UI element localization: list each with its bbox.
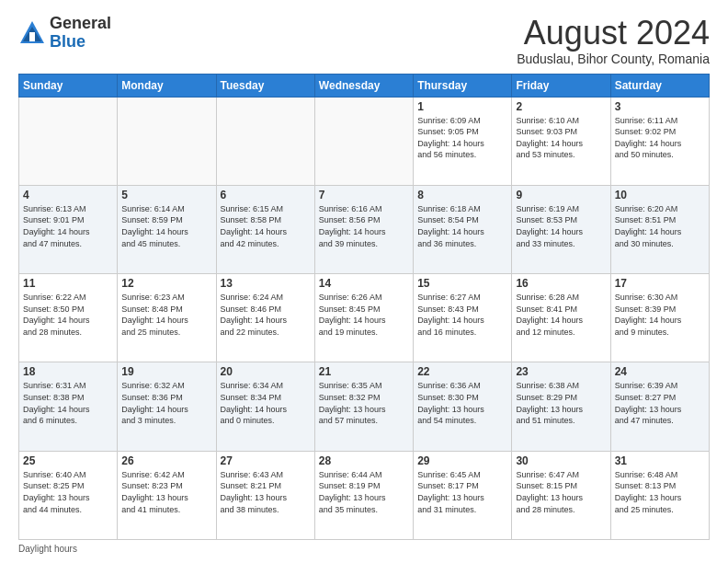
day-info: Sunrise: 6:18 AM Sunset: 8:54 PM Dayligh… <box>417 203 507 249</box>
week-row-4: 18Sunrise: 6:31 AM Sunset: 8:38 PM Dayli… <box>19 362 710 451</box>
day-cell: 28Sunrise: 6:44 AM Sunset: 8:19 PM Dayli… <box>314 451 413 539</box>
calendar-table: SundayMondayTuesdayWednesdayThursdayFrid… <box>18 74 710 540</box>
weekday-header-friday: Friday <box>512 74 610 97</box>
day-info: Sunrise: 6:36 AM Sunset: 8:30 PM Dayligh… <box>417 380 507 426</box>
day-number: 7 <box>319 189 409 201</box>
day-info: Sunrise: 6:42 AM Sunset: 8:23 PM Dayligh… <box>121 469 211 515</box>
day-cell: 30Sunrise: 6:47 AM Sunset: 8:15 PM Dayli… <box>512 451 610 539</box>
day-number: 17 <box>615 277 705 290</box>
day-cell: 23Sunrise: 6:38 AM Sunset: 8:29 PM Dayli… <box>512 362 610 451</box>
subtitle: Buduslau, Bihor County, Romania <box>517 52 710 66</box>
day-info: Sunrise: 6:14 AM Sunset: 8:59 PM Dayligh… <box>121 203 211 249</box>
footer: Daylight hours <box>18 544 710 554</box>
day-cell: 22Sunrise: 6:36 AM Sunset: 8:30 PM Dayli… <box>414 362 512 451</box>
day-info: Sunrise: 6:32 AM Sunset: 8:36 PM Dayligh… <box>121 380 211 426</box>
day-number: 6 <box>221 189 311 201</box>
main-title: August 2024 <box>517 15 710 52</box>
day-cell: 20Sunrise: 6:34 AM Sunset: 8:34 PM Dayli… <box>216 362 314 451</box>
day-number: 14 <box>319 277 409 290</box>
page: General Blue August 2024 Buduslau, Bihor… <box>0 0 728 563</box>
day-cell: 14Sunrise: 6:26 AM Sunset: 8:45 PM Dayli… <box>314 274 413 362</box>
day-cell: 1Sunrise: 6:09 AM Sunset: 9:05 PM Daylig… <box>414 97 512 185</box>
day-number: 23 <box>516 365 606 378</box>
day-cell: 16Sunrise: 6:28 AM Sunset: 8:41 PM Dayli… <box>512 274 610 362</box>
day-number: 21 <box>319 365 409 378</box>
day-number: 27 <box>221 454 311 467</box>
day-number: 30 <box>516 454 606 467</box>
day-cell <box>216 97 314 185</box>
day-info: Sunrise: 6:34 AM Sunset: 8:34 PM Dayligh… <box>221 380 311 426</box>
day-cell <box>19 97 118 185</box>
day-info: Sunrise: 6:15 AM Sunset: 8:58 PM Dayligh… <box>221 203 311 249</box>
day-info: Sunrise: 6:39 AM Sunset: 8:27 PM Dayligh… <box>615 380 705 426</box>
day-cell: 27Sunrise: 6:43 AM Sunset: 8:21 PM Dayli… <box>216 451 314 539</box>
day-number: 25 <box>23 454 113 467</box>
day-cell: 18Sunrise: 6:31 AM Sunset: 8:38 PM Dayli… <box>19 362 118 451</box>
day-cell: 29Sunrise: 6:45 AM Sunset: 8:17 PM Dayli… <box>414 451 512 539</box>
week-row-2: 4Sunrise: 6:13 AM Sunset: 9:01 PM Daylig… <box>19 185 710 273</box>
day-number: 19 <box>121 365 211 378</box>
day-info: Sunrise: 6:43 AM Sunset: 8:21 PM Dayligh… <box>221 469 311 515</box>
day-cell: 24Sunrise: 6:39 AM Sunset: 8:27 PM Dayli… <box>610 362 709 451</box>
day-info: Sunrise: 6:47 AM Sunset: 8:15 PM Dayligh… <box>516 469 606 515</box>
day-cell: 19Sunrise: 6:32 AM Sunset: 8:36 PM Dayli… <box>118 362 216 451</box>
day-cell: 6Sunrise: 6:15 AM Sunset: 8:58 PM Daylig… <box>216 185 314 273</box>
day-info: Sunrise: 6:22 AM Sunset: 8:50 PM Dayligh… <box>23 292 113 338</box>
svg-rect-2 <box>29 32 35 41</box>
day-cell <box>118 97 216 185</box>
day-cell: 13Sunrise: 6:24 AM Sunset: 8:46 PM Dayli… <box>216 274 314 362</box>
day-number: 29 <box>417 454 507 467</box>
day-cell: 10Sunrise: 6:20 AM Sunset: 8:51 PM Dayli… <box>610 185 709 273</box>
day-info: Sunrise: 6:38 AM Sunset: 8:29 PM Dayligh… <box>516 380 606 426</box>
week-row-5: 25Sunrise: 6:40 AM Sunset: 8:25 PM Dayli… <box>19 451 710 539</box>
day-number: 9 <box>516 189 606 201</box>
weekday-header-monday: Monday <box>118 74 216 97</box>
day-cell: 3Sunrise: 6:11 AM Sunset: 9:02 PM Daylig… <box>610 97 709 185</box>
day-info: Sunrise: 6:19 AM Sunset: 8:53 PM Dayligh… <box>516 203 606 249</box>
day-number: 8 <box>417 189 507 201</box>
day-info: Sunrise: 6:23 AM Sunset: 8:48 PM Dayligh… <box>121 292 211 338</box>
day-cell: 5Sunrise: 6:14 AM Sunset: 8:59 PM Daylig… <box>118 185 216 273</box>
day-number: 5 <box>121 189 211 201</box>
day-number: 26 <box>121 454 211 467</box>
day-cell: 31Sunrise: 6:48 AM Sunset: 8:13 PM Dayli… <box>610 451 709 539</box>
week-row-1: 1Sunrise: 6:09 AM Sunset: 9:05 PM Daylig… <box>19 97 710 185</box>
day-number: 31 <box>615 454 705 467</box>
day-info: Sunrise: 6:13 AM Sunset: 9:01 PM Dayligh… <box>23 203 113 249</box>
day-number: 16 <box>516 277 606 290</box>
logo: General Blue <box>18 15 111 52</box>
day-number: 4 <box>23 189 113 201</box>
day-info: Sunrise: 6:48 AM Sunset: 8:13 PM Dayligh… <box>615 469 705 515</box>
day-info: Sunrise: 6:09 AM Sunset: 9:05 PM Dayligh… <box>417 115 507 161</box>
day-cell: 9Sunrise: 6:19 AM Sunset: 8:53 PM Daylig… <box>512 185 610 273</box>
day-number: 11 <box>23 277 113 290</box>
day-info: Sunrise: 6:44 AM Sunset: 8:19 PM Dayligh… <box>319 469 409 515</box>
weekday-header-thursday: Thursday <box>414 74 512 97</box>
day-cell: 25Sunrise: 6:40 AM Sunset: 8:25 PM Dayli… <box>19 451 118 539</box>
weekday-header-wednesday: Wednesday <box>314 74 413 97</box>
weekday-header-tuesday: Tuesday <box>216 74 314 97</box>
daylight-hours-label: Daylight hours <box>18 544 77 554</box>
day-info: Sunrise: 6:11 AM Sunset: 9:02 PM Dayligh… <box>615 115 705 161</box>
day-number: 15 <box>417 277 507 290</box>
day-info: Sunrise: 6:16 AM Sunset: 8:56 PM Dayligh… <box>319 203 409 249</box>
weekday-header-saturday: Saturday <box>610 74 709 97</box>
day-cell: 15Sunrise: 6:27 AM Sunset: 8:43 PM Dayli… <box>414 274 512 362</box>
day-number: 1 <box>417 100 507 113</box>
day-number: 20 <box>221 365 311 378</box>
day-cell <box>314 97 413 185</box>
day-cell: 17Sunrise: 6:30 AM Sunset: 8:39 PM Dayli… <box>610 274 709 362</box>
day-number: 12 <box>121 277 211 290</box>
day-info: Sunrise: 6:10 AM Sunset: 9:03 PM Dayligh… <box>516 115 606 161</box>
day-number: 13 <box>221 277 311 290</box>
day-info: Sunrise: 6:20 AM Sunset: 8:51 PM Dayligh… <box>615 203 705 249</box>
day-cell: 8Sunrise: 6:18 AM Sunset: 8:54 PM Daylig… <box>414 185 512 273</box>
day-cell: 12Sunrise: 6:23 AM Sunset: 8:48 PM Dayli… <box>118 274 216 362</box>
day-cell: 4Sunrise: 6:13 AM Sunset: 9:01 PM Daylig… <box>19 185 118 273</box>
day-number: 18 <box>23 365 113 378</box>
weekday-header-sunday: Sunday <box>19 74 118 97</box>
day-info: Sunrise: 6:28 AM Sunset: 8:41 PM Dayligh… <box>516 292 606 338</box>
week-row-3: 11Sunrise: 6:22 AM Sunset: 8:50 PM Dayli… <box>19 274 710 362</box>
weekday-header-row: SundayMondayTuesdayWednesdayThursdayFrid… <box>19 74 710 97</box>
header: General Blue August 2024 Buduslau, Bihor… <box>18 15 710 66</box>
